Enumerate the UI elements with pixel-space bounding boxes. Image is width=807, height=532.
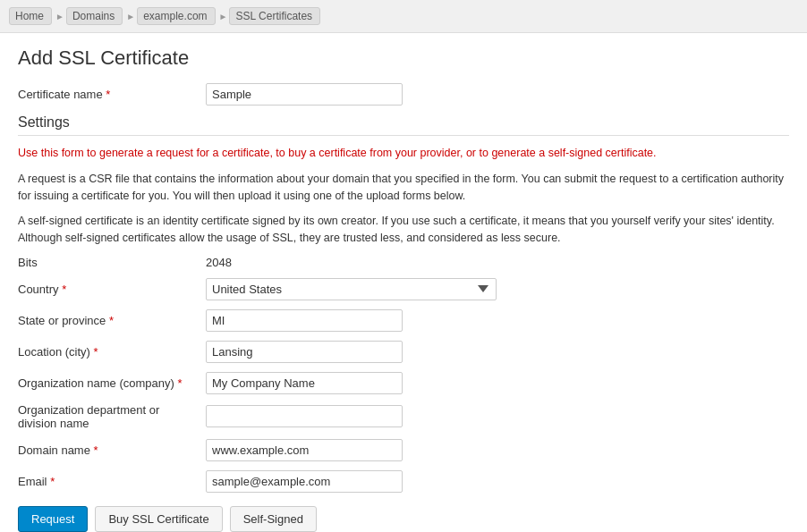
certificate-name-row: Certificate name * — [18, 83, 789, 106]
org-dept-label: Organization department or division name — [18, 403, 206, 430]
button-row: Request Buy SSL Certificate Self-Signed — [18, 506, 789, 532]
info-line-3: A self-signed certificate is an identity… — [18, 213, 789, 247]
request-button[interactable]: Request — [18, 506, 88, 532]
country-select[interactable]: United States — [206, 278, 497, 300]
breadcrumb-sep-2: ► — [126, 12, 135, 21]
bits-row: Bits 2048 — [18, 256, 789, 269]
breadcrumb: Home ► Domains ► example.com ► SSL Certi… — [0, 0, 807, 33]
bits-label: Bits — [18, 256, 206, 269]
org-dept-input[interactable] — [206, 405, 403, 427]
domain-label: Domain name * — [18, 443, 206, 457]
required-indicator: * — [106, 88, 110, 101]
domain-input[interactable] — [206, 439, 403, 461]
org-dept-row: Organization department or division name — [18, 403, 789, 430]
breadcrumb-ssl-certs[interactable]: SSL Certificates — [229, 7, 320, 25]
country-label: Country * — [18, 283, 206, 296]
breadcrumb-sep-1: ► — [55, 12, 64, 21]
self-signed-button[interactable]: Self-Signed — [230, 506, 317, 532]
org-name-row: Organization name (company) * — [18, 372, 789, 394]
email-label: Email * — [18, 475, 206, 488]
certificate-name-label: Certificate name * — [18, 88, 206, 101]
breadcrumb-home[interactable]: Home — [9, 7, 52, 25]
page-title: Add SSL Certificate — [18, 46, 789, 70]
email-row: Email * — [18, 470, 789, 493]
breadcrumb-sep-3: ► — [219, 12, 228, 21]
org-name-input[interactable] — [206, 372, 403, 394]
state-row: State or province * — [18, 309, 789, 332]
info-line-2: A request is a CSR file that contains th… — [18, 171, 789, 205]
country-row: Country * United States — [18, 278, 789, 300]
info-line-1: Use this form to generate a request for … — [18, 145, 789, 162]
breadcrumb-domains[interactable]: Domains — [66, 7, 123, 25]
state-input[interactable] — [206, 309, 403, 332]
org-name-label: Organization name (company) * — [18, 376, 206, 390]
email-input[interactable] — [206, 470, 403, 493]
state-label: State or province * — [18, 314, 206, 327]
settings-heading: Settings — [18, 114, 789, 136]
location-row: Location (city) * — [18, 341, 789, 363]
breadcrumb-example-com[interactable]: example.com — [137, 7, 215, 25]
main-content: Add SSL Certificate Certificate name * S… — [0, 33, 807, 532]
location-label: Location (city) * — [18, 345, 206, 359]
bits-value: 2048 — [206, 256, 232, 269]
domain-row: Domain name * — [18, 439, 789, 461]
location-input[interactable] — [206, 341, 403, 363]
buy-ssl-button[interactable]: Buy SSL Certificate — [95, 506, 222, 532]
certificate-name-input[interactable] — [206, 83, 403, 106]
